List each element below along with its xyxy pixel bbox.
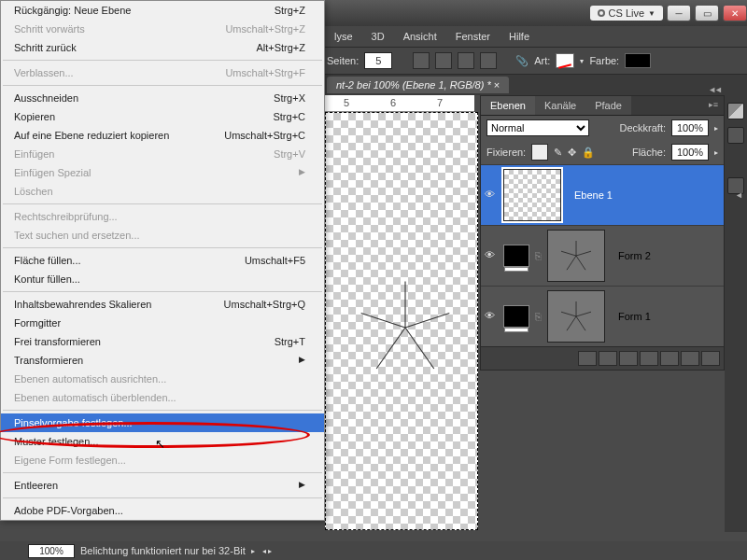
fill-thumb[interactable] — [503, 245, 529, 267]
layer-row[interactable]: 👁⎘Form 2 — [481, 225, 724, 286]
menu-item: Verblassen...Umschalt+Strg+F — [1, 63, 324, 82]
menu-3d[interactable]: 3D — [364, 28, 392, 45]
trash-icon[interactable] — [701, 351, 720, 366]
menu-item[interactable]: Formgitter — [1, 314, 324, 332]
layer-row[interactable]: 👁Ebene 1 — [481, 164, 724, 225]
svg-line-4 — [361, 314, 405, 328]
lock-label: Fixieren: — [486, 147, 526, 158]
link-icon[interactable] — [578, 351, 597, 366]
close-icon[interactable]: × — [494, 79, 500, 91]
menu-item[interactable]: Transformieren▶ — [1, 351, 324, 370]
opacity-label: Deckkraft: — [619, 122, 666, 133]
star-shape — [354, 276, 457, 379]
tab-layers[interactable]: Ebenen — [481, 96, 535, 115]
svg-line-1 — [405, 314, 449, 328]
status-message: Belichtung funktioniert nur bei 32-Bit — [80, 545, 246, 556]
mask-icon[interactable] — [619, 351, 638, 366]
adjustment-icon[interactable] — [640, 351, 658, 366]
svg-line-12 — [576, 316, 585, 330]
cslive-button[interactable]: CS Live▼ — [590, 6, 663, 21]
menu-item[interactable]: Entleeren▶ — [1, 476, 324, 495]
menu-item[interactable]: Frei transformierenStrg+T — [1, 332, 324, 351]
canvas[interactable] — [325, 112, 478, 530]
visibility-icon[interactable]: 👁 — [485, 310, 498, 323]
align-icon[interactable] — [480, 52, 497, 69]
swatch-icon[interactable] — [727, 103, 744, 119]
fill-input[interactable]: 100% — [671, 144, 709, 161]
menu-analyze[interactable]: lyse — [327, 28, 360, 45]
lock-brush-icon[interactable]: ✎ — [554, 147, 562, 159]
svg-line-2 — [405, 328, 434, 369]
tool-icon[interactable] — [727, 127, 744, 144]
new-layer-icon[interactable] — [681, 351, 699, 366]
layer-thumb[interactable] — [503, 169, 561, 221]
tab-channels[interactable]: Kanäle — [535, 96, 585, 115]
lock-move-icon[interactable]: ✥ — [568, 147, 576, 159]
menu-window[interactable]: Fenster — [448, 28, 498, 45]
fx-icon[interactable] — [599, 351, 617, 366]
align-icon[interactable] — [413, 52, 430, 69]
svg-line-13 — [567, 316, 576, 330]
zoom-input[interactable] — [28, 544, 75, 558]
document-tab[interactable]: nt-2 bei 100% (Ebene 1, RGB/8) * × — [327, 77, 509, 93]
menu-help[interactable]: Hilfe — [501, 28, 537, 45]
menu-item: Ebenen automatisch ausrichten... — [1, 370, 324, 388]
minimize-button[interactable]: ─ — [667, 5, 691, 21]
layer-name: Form 2 — [618, 250, 651, 261]
color-label: Farbe: — [589, 55, 619, 66]
menu-item: EinfügenStrg+V — [1, 145, 324, 163]
mask-thumb[interactable] — [547, 230, 605, 282]
menu-item: Ebenen automatisch überblenden... — [1, 388, 324, 407]
color-swatch[interactable] — [625, 53, 651, 68]
menu-item[interactable]: AusschneidenStrg+X — [1, 89, 324, 107]
svg-line-8 — [567, 256, 576, 270]
menu-item[interactable]: Auf eine Ebene reduziert kopierenUmschal… — [1, 126, 324, 145]
sides-label: Seiten: — [327, 55, 359, 66]
panel-buttons — [481, 346, 724, 370]
menu-item[interactable]: Adobe PDF-Vorgaben... — [1, 501, 324, 520]
maximize-button[interactable]: ▭ — [695, 5, 719, 21]
status-bar: Belichtung funktioniert nur bei 32-Bit ▸… — [0, 541, 747, 560]
svg-line-11 — [576, 312, 591, 316]
menu-item[interactable]: Kontur füllen... — [1, 270, 324, 288]
menu-item[interactable]: Inhaltsbewahrendes SkalierenUmschalt+Str… — [1, 295, 324, 314]
opacity-input[interactable]: 100% — [671, 119, 709, 136]
style-swatch[interactable] — [556, 53, 574, 68]
group-icon[interactable] — [660, 351, 679, 366]
align-icon[interactable] — [435, 52, 452, 69]
visibility-icon[interactable]: 👁 — [485, 189, 498, 202]
menu-item: Text suchen und ersetzen... — [1, 226, 324, 245]
fill-label: Fläche: — [632, 147, 666, 158]
menu-view[interactable]: Ansicht — [396, 28, 444, 45]
panel-menu-icon[interactable]: ▸≡ — [703, 96, 724, 115]
style-label: Art: — [534, 55, 550, 66]
menu-item[interactable]: Rückgängig: Neue EbeneStrg+Z — [1, 1, 324, 20]
lock-all-icon[interactable]: 🔒 — [582, 147, 595, 159]
ruler-horizontal: 5 6 7 — [325, 95, 474, 112]
layer-row[interactable]: 👁⎘Form 1 — [481, 286, 724, 346]
close-button[interactable]: ✕ — [723, 5, 747, 21]
tab-paths[interactable]: Pfade — [585, 96, 631, 115]
fill-thumb[interactable] — [503, 305, 529, 328]
layer-name: Ebene 1 — [574, 189, 613, 201]
menu-item[interactable]: Schritt zurückAlt+Strg+Z — [1, 38, 324, 57]
cursor-icon: ↖ — [155, 437, 165, 451]
mask-thumb[interactable] — [547, 290, 605, 343]
lock-pixels-icon[interactable] — [531, 144, 548, 161]
svg-line-14 — [561, 312, 576, 316]
svg-line-9 — [561, 251, 576, 256]
menu-item: Rechtschreibprüfung... — [1, 207, 324, 226]
layer-name: Form 1 — [618, 311, 651, 322]
sides-input[interactable] — [364, 52, 392, 69]
align-icon[interactable] — [458, 52, 474, 69]
clip-icon[interactable]: 📎 — [515, 55, 529, 67]
collapse-icon[interactable]: ◄◄ — [708, 85, 721, 94]
menu-item[interactable]: Pinselvorgabe festlegen... — [1, 413, 324, 432]
menu-item[interactable]: KopierenStrg+C — [1, 107, 324, 126]
blend-mode-select[interactable]: Normal — [486, 119, 589, 136]
menu-item[interactable]: Fläche füllen...Umschalt+F5 — [1, 251, 324, 270]
svg-line-3 — [376, 328, 405, 369]
right-toolbar: ◄ — [725, 93, 747, 532]
visibility-icon[interactable]: 👁 — [485, 249, 498, 262]
svg-line-6 — [576, 251, 591, 256]
